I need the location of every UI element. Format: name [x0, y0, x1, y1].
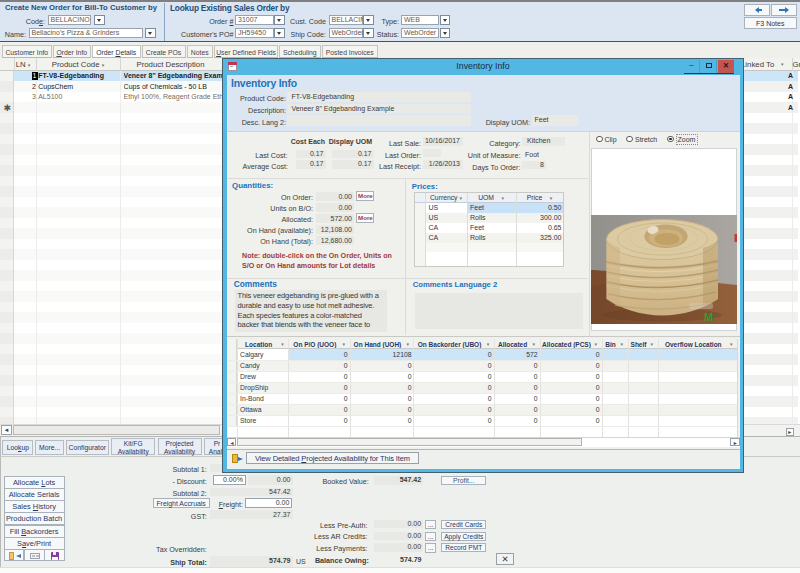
svg-text:M: M: [704, 311, 713, 323]
